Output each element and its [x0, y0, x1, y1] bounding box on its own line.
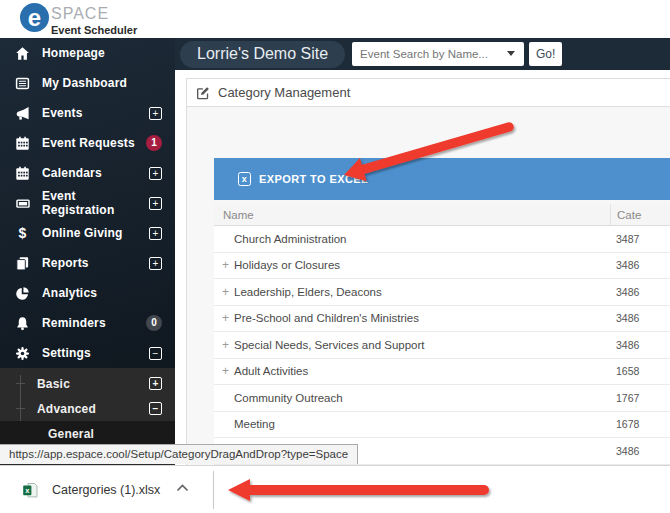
category-table: Name Cate Church Administration3487+Holi… — [214, 204, 670, 465]
category-id: 3487 — [610, 226, 670, 252]
event-search-placeholder: Event Search by Name... — [360, 48, 488, 60]
gear-icon — [14, 346, 31, 361]
expand-plus-icon[interactable]: + — [149, 227, 162, 240]
bell-icon — [14, 316, 31, 331]
sidebar-item-event-requests[interactable]: Event Requests 1 — [0, 128, 175, 158]
expand-row-icon[interactable]: + — [222, 258, 234, 272]
sidebar-nav: Homepage My Dashboard Events + Event Req… — [0, 38, 175, 465]
site-name-pill[interactable]: Lorrie's Demo Site — [180, 41, 345, 68]
expand-plus-icon[interactable]: + — [149, 377, 162, 390]
excel-icon — [238, 172, 251, 186]
pie-chart-icon — [14, 286, 31, 301]
downloads-bar: x Catergories (1).xlsx — [0, 465, 670, 513]
panel-title: Category Management — [218, 85, 350, 100]
sidebar-item-reports[interactable]: Reports + — [0, 248, 175, 278]
downloads-divider — [213, 471, 214, 509]
category-name: Pre-School and Children's Ministries — [234, 312, 419, 324]
collapse-minus-icon[interactable]: − — [149, 402, 162, 415]
grid-toolbar: EXPORT TO EXCEL — [214, 158, 670, 200]
logo-strip: e SPACE Event Scheduler — [0, 0, 670, 38]
download-item[interactable]: x Catergories (1).xlsx — [22, 474, 160, 506]
sidebar-item-settings[interactable]: Settings − — [0, 338, 175, 368]
table-header-row: Name Cate — [214, 204, 670, 226]
category-name: Meeting — [234, 418, 275, 430]
excel-file-icon: x — [22, 482, 39, 499]
expand-plus-icon[interactable]: + — [149, 197, 162, 210]
category-id: 1658 — [610, 359, 670, 385]
sidebar-item-my-dashboard[interactable]: My Dashboard — [0, 68, 175, 98]
category-name: Adult Activities — [234, 365, 308, 377]
edit-icon — [196, 86, 210, 100]
category-id: 3486 — [610, 438, 670, 464]
category-id: 3486 — [610, 306, 670, 332]
calendar-icon — [14, 166, 31, 181]
sidebar-item-general[interactable]: General — [0, 421, 175, 446]
dollar-icon: $ — [14, 225, 31, 241]
category-name: Community Outreach — [234, 392, 343, 404]
table-row[interactable]: Community Outreach1767 — [214, 385, 670, 412]
reports-icon — [14, 256, 31, 271]
table-row[interactable]: Church Administration3487 — [214, 226, 670, 253]
main-content: Category Management EXPORT TO EXCEL Name… — [175, 70, 670, 465]
table-row[interactable]: Meeting1678 — [214, 412, 670, 439]
megaphone-icon — [14, 106, 31, 121]
expand-row-icon[interactable]: + — [222, 364, 234, 378]
reminders-badge: 0 — [146, 315, 162, 331]
category-id: 1767 — [610, 385, 670, 411]
export-to-excel-button[interactable]: EXPORT TO EXCEL — [238, 172, 368, 186]
table-row[interactable]: +Leadership, Elders, Deacons3486 — [214, 279, 670, 306]
brand-name: SPACE — [51, 5, 137, 23]
category-id: 3486 — [610, 279, 670, 305]
espace-logo: e SPACE Event Scheduler — [20, 3, 137, 36]
panel-header: Category Management — [187, 79, 670, 107]
go-button[interactable]: Go! — [529, 42, 562, 66]
category-id: 1678 — [610, 412, 670, 438]
column-header-category-id[interactable]: Cate — [610, 204, 670, 225]
sidebar-item-basic[interactable]: Basic + — [0, 371, 175, 396]
sidebar-item-online-giving[interactable]: $ Online Giving + — [0, 218, 175, 248]
category-management-panel: Category Management EXPORT TO EXCEL Name… — [186, 78, 670, 465]
top-navbar: Lorrie's Demo Site Event Search by Name.… — [175, 38, 670, 70]
expand-plus-icon[interactable]: + — [149, 257, 162, 270]
category-table-body: Church Administration3487+Holidays or Cl… — [214, 226, 670, 465]
dashboard-icon — [14, 76, 31, 91]
download-file-name: Catergories (1).xlsx — [52, 483, 160, 497]
expand-plus-icon[interactable]: + — [149, 107, 162, 120]
espace-logo-icon: e — [20, 3, 49, 32]
category-name: Special Needs, Services and Support — [234, 339, 425, 351]
collapse-minus-icon[interactable]: − — [149, 347, 162, 360]
event-search-dropdown[interactable]: Event Search by Name... — [352, 42, 524, 66]
expand-row-icon[interactable]: + — [222, 338, 234, 352]
sidebar-item-calendars[interactable]: Calendars + — [0, 158, 175, 188]
category-name: Leadership, Elders, Deacons — [234, 286, 382, 298]
expand-row-icon[interactable]: + — [222, 311, 234, 325]
table-row[interactable]: +Special Needs, Services and Support3486 — [214, 332, 670, 359]
sidebar-item-analytics[interactable]: Analytics — [0, 278, 175, 308]
sidebar-item-advanced[interactable]: Advanced − — [0, 396, 175, 421]
home-icon — [14, 46, 31, 61]
category-id: 3486 — [610, 253, 670, 279]
app-window: e SPACE Event Scheduler Lorrie's Demo Si… — [0, 0, 670, 513]
calendar-icon — [14, 136, 31, 151]
expand-row-icon[interactable]: + — [222, 285, 234, 299]
sidebar-item-event-registration[interactable]: Event Registration + — [0, 188, 175, 218]
category-id: 3486 — [610, 332, 670, 358]
chevron-down-icon — [507, 51, 515, 56]
event-requests-badge: 1 — [146, 135, 162, 151]
sidebar-item-reminders[interactable]: Reminders 0 — [0, 308, 175, 338]
status-bar-url: https://app.espace.cool/Setup/CategoryDr… — [0, 444, 358, 464]
expand-plus-icon[interactable]: + — [149, 167, 162, 180]
column-header-name[interactable]: Name — [214, 204, 610, 225]
table-row[interactable]: +Pre-School and Children's Ministries348… — [214, 306, 670, 333]
table-row[interactable]: +Adult Activities1658 — [214, 359, 670, 386]
sidebar-item-homepage[interactable]: Homepage — [0, 38, 175, 68]
brand-subtitle: Event Scheduler — [51, 24, 137, 36]
sidebar-item-events[interactable]: Events + — [0, 98, 175, 128]
ticket-icon — [14, 196, 31, 211]
category-name: Church Administration — [234, 233, 347, 245]
category-name: Holidays or Closures — [234, 259, 340, 271]
table-row[interactable]: +Holidays or Closures3486 — [214, 253, 670, 280]
chevron-up-icon[interactable] — [176, 484, 189, 492]
